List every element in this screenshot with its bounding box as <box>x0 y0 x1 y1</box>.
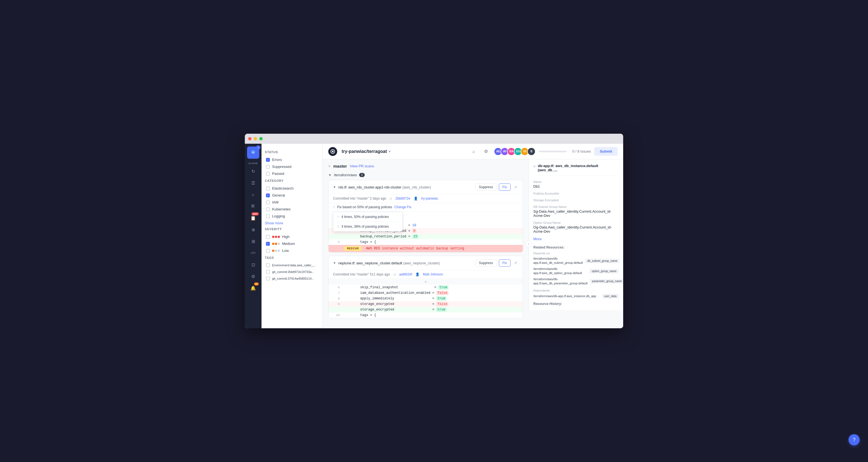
v1-author[interactable]: try-panwiac <box>421 197 438 200</box>
search-button[interactable]: ⌕ <box>469 147 478 156</box>
field-storage-encrypted: Storage Encrypted <box>533 198 619 202</box>
panel-toggle[interactable]: ‹ <box>525 240 532 247</box>
resource-header: ⑂ db-app.tf: aws_db_instance.default (aw… <box>533 164 619 176</box>
code-line: 7 iam_database_authentication_enabled = … <box>329 290 523 296</box>
errors-checkbox[interactable] <box>266 158 270 162</box>
filter-kubernetes[interactable]: Kubernetes <box>265 206 319 212</box>
repo-name[interactable]: try-panwiac/terragoat ▾ <box>342 149 390 154</box>
network-nav-icon[interactable]: ⊡ <box>248 260 258 270</box>
v1-external-link[interactable]: ↗ <box>513 184 518 190</box>
name-value: Db1 <box>533 184 619 189</box>
minimize-btn[interactable] <box>254 137 257 140</box>
v2-commit-info: Committed into "master" 511 days ago ◇ a… <box>329 270 523 279</box>
dependents: Dependents /terraform/aws/db-app.tf:aws_… <box>533 289 619 299</box>
v2-external-link[interactable]: ↗ <box>513 260 518 266</box>
medium-checkbox[interactable] <box>266 242 270 246</box>
filter-logging[interactable]: Logging <box>265 213 319 219</box>
list-nav-icon[interactable]: ☰ <box>248 178 258 188</box>
tag2-label: git_commit:2bb8972e19733a... <box>272 270 314 273</box>
v2-author[interactable]: Matt Johnson <box>423 272 443 276</box>
code-nav-icon[interactable]: </> <box>248 248 258 258</box>
dep-path-1: /terraform/aws/db-app.tf:aws_db_subnet_g… <box>533 257 583 265</box>
dep-row-1: /terraform/aws/db-app.tf:aws_db_subnet_g… <box>533 257 619 265</box>
search-nav-icon[interactable]: ⌕ <box>248 190 258 200</box>
history-title: Resource History: <box>533 302 619 306</box>
settings-button[interactable]: ⚙ <box>482 147 491 156</box>
low-checkbox[interactable] <box>266 249 270 253</box>
v1-commit-hash[interactable]: 2bb8972e <box>395 197 410 200</box>
folder-chevron[interactable]: ▼ <box>328 173 332 177</box>
tag-item-2[interactable]: git_commit:2bb8972e19733a... <box>265 269 319 275</box>
filter-iam[interactable]: IAM <box>265 199 319 205</box>
v2-fix-button[interactable]: Fix <box>499 259 510 267</box>
show-more-link[interactable]: Show more <box>265 221 319 225</box>
fix-option-2[interactable]: ⑂ 3 times, 38% of passing policies <box>333 222 402 231</box>
more-link[interactable]: More <box>533 237 619 241</box>
general-label: General <box>272 193 285 197</box>
passed-checkbox[interactable] <box>266 172 270 176</box>
field-name: Name Db1 <box>533 180 619 189</box>
content-area: ⑂ master View PR scans ▼ /terraform/aws … <box>323 159 623 328</box>
top-bar-actions: ⌕ ⚙ AE AV BA EG GI B 0 / 8 Issues Submit <box>469 147 618 156</box>
submit-button[interactable]: Submit <box>594 147 618 156</box>
dep-path-2: /terraform/aws/db-app.tf:aws_db_option_g… <box>533 267 587 275</box>
severity-high[interactable]: High <box>265 233 319 240</box>
v1-commit-info: Committed into "master" 2 days ago ◇ 2bb… <box>329 194 523 203</box>
error-message: AWS RDS instance without automatic backu… <box>362 246 518 251</box>
filter-elasticsearch[interactable]: Elasticsearch <box>265 185 319 192</box>
v1-chevron[interactable]: ▼ <box>333 186 336 189</box>
tag1-checkbox[interactable] <box>266 263 270 267</box>
dep-tag-3: parameter_group_name <box>590 279 623 284</box>
folder-count: 3 <box>359 173 365 177</box>
fold-indicator[interactable]: ∧ <box>329 279 523 285</box>
change-fix-link[interactable]: Change Fix <box>394 205 411 209</box>
tag3-checkbox[interactable] <box>266 276 270 280</box>
view-pr-link[interactable]: View PR scans <box>350 164 374 168</box>
help-button[interactable]: ? <box>848 434 860 445</box>
passed-label: Passed <box>272 171 284 176</box>
dependents-label: Dependents <box>533 289 619 292</box>
shield-nav-icon[interactable]: ⛨ <box>248 201 258 211</box>
right-panel: ⑂ db-app.tf: aws_db_instance.default (aw… <box>529 159 623 310</box>
v1-author-icon: 👤 <box>414 197 418 200</box>
v2-commit-hash[interactable]: aa8fd16f <box>399 272 412 276</box>
category-section-title: CATEGORY <box>265 179 319 183</box>
document-nav-icon[interactable]: 📋 1527 <box>248 213 258 223</box>
tag-item-1[interactable]: Environment:data.aws_caller_... <box>265 262 319 268</box>
document-badge: 1527 <box>251 212 259 216</box>
sync-nav-icon[interactable]: ↻ <box>248 166 258 176</box>
settings-nav-icon[interactable]: ⚙ <box>248 271 258 281</box>
filter-general[interactable]: General <box>265 192 319 198</box>
suppressed-checkbox[interactable] <box>266 165 270 169</box>
v2-chevron[interactable]: ▼ <box>333 261 336 265</box>
maximize-btn[interactable] <box>259 137 262 140</box>
close-btn[interactable] <box>248 137 251 140</box>
filter-suppressed[interactable]: Suppressed <box>265 163 319 170</box>
server-nav-icon[interactable]: ⊞ <box>248 236 258 246</box>
severity-badge: MEDIUM <box>344 246 362 251</box>
elasticsearch-checkbox[interactable] <box>266 187 270 190</box>
alert-nav-icon[interactable]: ⊕ <box>248 225 258 235</box>
resource-history: Resource History: <box>533 302 619 306</box>
general-checkbox[interactable] <box>266 194 270 197</box>
severity-low[interactable]: Low <box>265 248 319 254</box>
filter-passed[interactable]: Passed <box>265 170 319 177</box>
nav-logo[interactable]: 1 <box>247 146 259 159</box>
logging-checkbox[interactable] <box>266 214 270 218</box>
bell-nav-icon[interactable]: 🔔 18 <box>248 283 258 293</box>
tag2-checkbox[interactable] <box>266 270 270 274</box>
cloud-label: CLOUD <box>248 162 258 165</box>
severity-medium[interactable]: Medium <box>265 240 319 247</box>
dep-row-2: /terraform/aws/db-app.tf:aws_db_option_g… <box>533 267 619 275</box>
v1-suppress-button[interactable]: Suppress <box>475 184 497 191</box>
titlebar <box>245 134 623 144</box>
v2-suppress-button[interactable]: Suppress <box>475 259 497 267</box>
kubernetes-checkbox[interactable] <box>266 207 270 211</box>
high-checkbox[interactable] <box>266 235 270 239</box>
v1-fix-button[interactable]: Fix <box>499 184 510 191</box>
filter-errors[interactable]: Errors <box>265 157 319 163</box>
iam-checkbox[interactable] <box>266 200 270 204</box>
fix-option-1[interactable]: ⑂ 4 times, 50% of passing policies <box>333 212 402 222</box>
violation-card-1: ▼ rds.tf: aws_rds_cluster.app1-rds-clust… <box>328 180 523 253</box>
tag-item-3[interactable]: git_commit:37914a45800114... <box>265 275 319 282</box>
